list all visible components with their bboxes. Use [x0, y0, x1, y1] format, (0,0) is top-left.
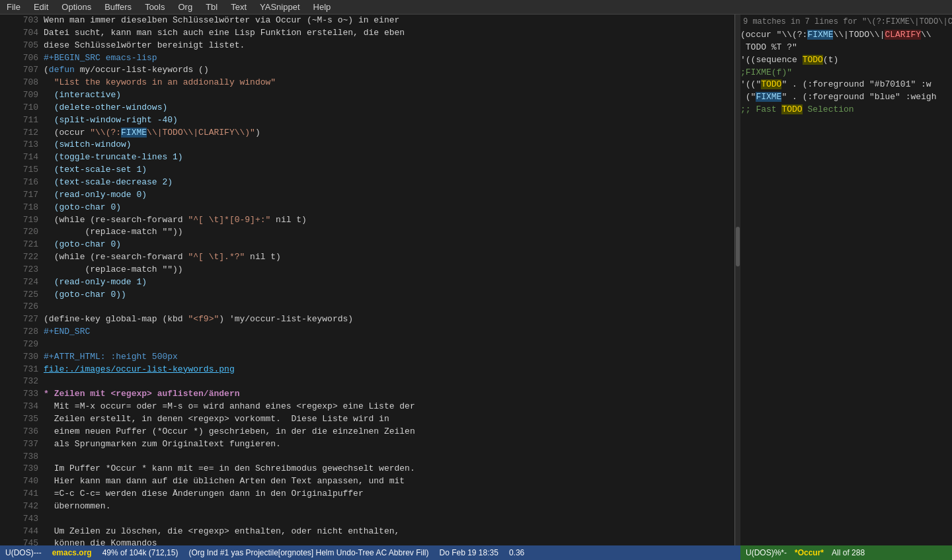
line-content: (goto-char 0)) [44, 289, 734, 301]
table-row: 722 (while (re-search-forward "^[ \t].*?… [0, 251, 734, 264]
menu-edit[interactable]: Edit [30, 1, 52, 13]
line-number: 716 [0, 177, 44, 189]
line-content: (replace-match "")) [44, 264, 734, 276]
table-row: 725 (goto-char 0)) [0, 289, 734, 301]
line-content: TODO %T ?" [740, 42, 952, 54]
table-row: (occur "\\(?:FIXME\\|TODO\\|CLARIFY\\ [740, 29, 952, 42]
occur-header: 9 matches in 7 lines for "\(?:FIXME\|TOD… [740, 15, 952, 29]
table-row: 742 übernommen. [0, 500, 734, 513]
menu-help[interactable]: Help [309, 1, 335, 13]
left-load: 0.36 [509, 548, 524, 557]
line-content: Im Puffer *Occur * kann mit =e= in den S… [44, 463, 734, 475]
occur-pane: 9 matches in 7 lines for "\(?:FIXME\|TOD… [740, 15, 952, 545]
table-row: 730#+ATTR_HTML: :height 500px [0, 351, 734, 364]
line-content: (toggle-truncate-lines 1) [44, 151, 734, 164]
right-mode-indicator: U(DOS)%*- [746, 548, 787, 557]
line-number: 703 [0, 15, 44, 27]
line-content: * Zeilen mit <regexp> auflisten/ändern [44, 388, 734, 401]
right-status-bar: U(DOS)%*- *Occur* All of 288 [740, 545, 952, 560]
line-number: 719 [0, 214, 44, 227]
line-content: (replace-match "")) [44, 226, 734, 239]
line-number: 742 [0, 500, 44, 513]
line-number: 720 [0, 226, 44, 239]
left-position: 49% of 104k (712,15) [102, 548, 178, 557]
table-row: ;FIXME(f)" [740, 67, 952, 79]
left-status-bar: U(DOS)--- emacs.org 49% of 104k (712,15)… [0, 545, 740, 560]
editor-scrollbar[interactable] [735, 15, 740, 545]
line-content: '((sequence TODO(t) [740, 54, 952, 67]
line-content: (defun my/occur-list-keywords () [44, 64, 734, 77]
menu-options[interactable]: Options [58, 1, 95, 13]
line-number: 717 [0, 189, 44, 202]
line-number: 743 [0, 513, 44, 526]
menu-text[interactable]: Text [227, 1, 251, 13]
left-editor-pane: 703Wenn man immer dieselben Schlüsselwör… [0, 15, 735, 545]
line-number: 712 [0, 127, 44, 140]
line-number: 708 [0, 77, 44, 89]
line-number: 711 [0, 114, 44, 127]
menu-org[interactable]: Org [174, 1, 196, 13]
line-number: 738 [0, 451, 44, 463]
line-number: 707 [0, 64, 44, 77]
right-buffer-name: *Occur* [795, 548, 824, 557]
line-content [44, 451, 734, 463]
table-row: ;; Fast TODO Selection [740, 104, 952, 116]
line-number: 734 [0, 401, 44, 413]
menu-tbl[interactable]: Tbl [202, 1, 221, 13]
menu-tools[interactable]: Tools [141, 1, 169, 13]
line-number: 706 [0, 52, 44, 65]
table-row: 731file:./images/occur-list-keywords.png [0, 364, 734, 376]
line-number: 705 [0, 40, 44, 52]
line-number: 713 [0, 139, 44, 151]
table-row: 719 (while (re-search-forward "^[ \t]*[0… [0, 214, 734, 227]
line-content: (read-only-mode 1) [44, 276, 734, 289]
line-content: file:./images/occur-list-keywords.png [44, 364, 734, 376]
line-content: (while (re-search-forward "^[ \t]*[0-9]+… [44, 214, 734, 227]
line-number: 725 [0, 289, 44, 301]
line-number: 741 [0, 488, 44, 500]
line-content: (occur "\\(?:FIXME\\|TODO\\|CLARIFY\\)") [44, 127, 734, 140]
line-content [44, 301, 734, 313]
line-content: diese Schlüsselwörter bereinigt listet. [44, 40, 734, 52]
line-content: (while (re-search-forward "^[ \t].*?" ni… [44, 251, 734, 264]
table-row: 713 (switch-window) [0, 139, 734, 151]
code-area[interactable]: 703Wenn man immer dieselben Schlüsselwör… [0, 15, 734, 545]
scrollbar-thumb[interactable] [736, 227, 740, 266]
line-number: 718 [0, 202, 44, 214]
table-row: 717 (read-only-mode 0) [0, 189, 734, 202]
table-row: 709 (interactive) [0, 89, 734, 102]
line-number: 737 [0, 438, 44, 451]
table-row: 741 =C-c C-c= werden diese Änderungen da… [0, 488, 734, 500]
line-content: =C-c C-c= werden diese Änderungen dann i… [44, 488, 734, 500]
line-number: 736 [0, 426, 44, 438]
line-content: Um Zeilen zu löschen, die <regexp> entha… [44, 526, 734, 538]
table-row: 711 (split-window-right -40) [0, 114, 734, 127]
line-content: (occur "\\(?:FIXME\\|TODO\\|CLARIFY\\ [740, 29, 952, 42]
line-number: 715 [0, 164, 44, 177]
table-row: 706#+BEGIN_SRC emacs-lisp [0, 52, 734, 65]
menu-yasnippet[interactable]: YASnippet [256, 1, 303, 13]
right-position: All of 288 [832, 548, 865, 557]
occur-area[interactable]: 9 matches in 7 lines for "\(?:FIXME\|TOD… [740, 15, 952, 545]
line-number: 726 [0, 301, 44, 313]
line-content [44, 513, 734, 526]
table-row: 724 (read-only-mode 1) [0, 276, 734, 289]
line-content: (split-window-right -40) [44, 114, 734, 127]
table-row: 740 Hier kann man dann auf die üblichen … [0, 475, 734, 488]
line-content: (define-key global-map (kbd "<f9>") 'my/… [44, 313, 734, 326]
line-content: Zeilen erstellt, in denen <regexp> vorko… [44, 413, 734, 426]
table-row: 721 (goto-char 0) [0, 239, 734, 251]
table-row: 707(defun my/occur-list-keywords () [0, 64, 734, 77]
table-row: TODO %T ?" [740, 42, 952, 54]
table-row: 723 (replace-match "")) [0, 264, 734, 276]
menu-buffers[interactable]: Buffers [100, 1, 136, 13]
line-content: #+END_SRC [44, 326, 734, 339]
line-content: (text-scale-set 1) [44, 164, 734, 177]
line-number: 710 [0, 102, 44, 114]
menu-file[interactable]: File [3, 1, 24, 13]
line-number: 735 [0, 413, 44, 426]
line-number: 704 [0, 27, 44, 40]
line-content: ;; Fast TODO Selection [740, 104, 952, 116]
table-row: ("FIXME" . (:foreground "blue" :weigh [740, 91, 952, 104]
table-row: 703Wenn man immer dieselben Schlüsselwör… [0, 15, 734, 27]
